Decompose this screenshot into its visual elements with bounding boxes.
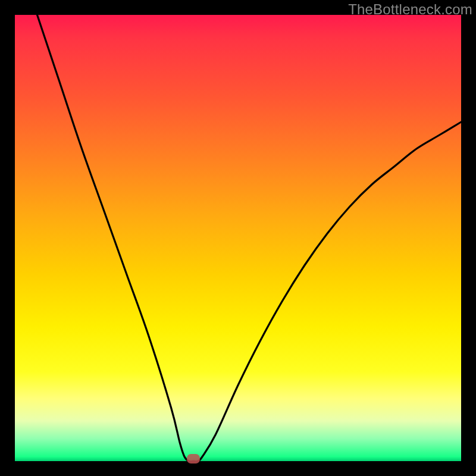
minimum-marker (187, 454, 200, 464)
watermark-label: TheBottleneck.com (348, 1, 472, 18)
bottleneck-curve (15, 15, 461, 461)
chart-plot-area (15, 15, 461, 461)
